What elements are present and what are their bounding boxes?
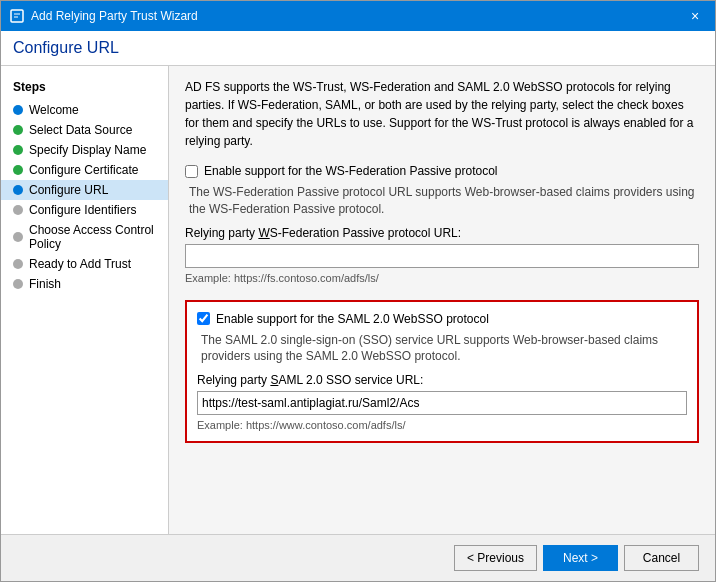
sidebar-label-welcome: Welcome [29, 103, 79, 117]
sidebar-dot-welcome [13, 105, 23, 115]
sidebar-dot-configure-identifiers [13, 205, 23, 215]
saml-checkbox[interactable] [197, 312, 210, 325]
steps-label: Steps [1, 76, 168, 100]
sidebar-label-configure-url: Configure URL [29, 183, 108, 197]
sidebar-label-finish: Finish [29, 277, 61, 291]
sidebar-dot-select-data-source [13, 125, 23, 135]
saml-description: The SAML 2.0 single-sign-on (SSO) servic… [197, 332, 687, 366]
sidebar-item-configure-certificate[interactable]: Configure Certificate [1, 160, 168, 180]
sidebar-item-choose-access-control-policy[interactable]: Choose Access Control Policy [1, 220, 168, 254]
sidebar-dot-configure-url [13, 185, 23, 195]
sidebar-dot-ready-to-add-trust [13, 259, 23, 269]
sidebar-item-ready-to-add-trust[interactable]: Ready to Add Trust [1, 254, 168, 274]
sidebar-dot-configure-certificate [13, 165, 23, 175]
main-window: Add Relying Party Trust Wizard × Configu… [0, 0, 716, 582]
content-area: Steps WelcomeSelect Data SourceSpecify D… [1, 66, 715, 534]
saml-checkbox-row: Enable support for the SAML 2.0 WebSSO p… [197, 312, 687, 326]
sidebar-item-specify-display-name[interactable]: Specify Display Name [1, 140, 168, 160]
sidebar-item-configure-identifiers[interactable]: Configure Identifiers [1, 200, 168, 220]
next-button[interactable]: Next > [543, 545, 618, 571]
sidebar-label-configure-certificate: Configure Certificate [29, 163, 138, 177]
ws-federation-checkbox-row: Enable support for the WS-Federation Pas… [185, 164, 699, 178]
ws-federation-description: The WS-Federation Passive protocol URL s… [185, 184, 699, 218]
title-bar: Add Relying Party Trust Wizard × [1, 1, 715, 31]
page-title: Configure URL [13, 39, 703, 57]
window-title: Add Relying Party Trust Wizard [31, 9, 683, 23]
ws-federation-checkbox[interactable] [185, 165, 198, 178]
saml-url-input[interactable] [197, 391, 687, 415]
sidebar-item-select-data-source[interactable]: Select Data Source [1, 120, 168, 140]
sidebar-item-finish[interactable]: Finish [1, 274, 168, 294]
sidebar-dot-choose-access-control-policy [13, 232, 23, 242]
footer: < Previous Next > Cancel [1, 534, 715, 581]
saml-section: Enable support for the SAML 2.0 WebSSO p… [185, 300, 699, 444]
sidebar-label-select-data-source: Select Data Source [29, 123, 132, 137]
ws-federation-example: Example: https://fs.contoso.com/adfs/ls/ [185, 272, 699, 284]
ws-federation-checkbox-label[interactable]: Enable support for the WS-Federation Pas… [204, 164, 497, 178]
intro-text: AD FS supports the WS-Trust, WS-Federati… [185, 78, 699, 150]
main-panel: AD FS supports the WS-Trust, WS-Federati… [169, 66, 715, 534]
sidebar-item-configure-url[interactable]: Configure URL [1, 180, 168, 200]
sidebar-dot-finish [13, 279, 23, 289]
sidebar-label-specify-display-name: Specify Display Name [29, 143, 146, 157]
sidebar-label-choose-access-control-policy: Choose Access Control Policy [29, 223, 156, 251]
svg-rect-0 [11, 10, 23, 22]
sidebar: Steps WelcomeSelect Data SourceSpecify D… [1, 66, 169, 534]
close-button[interactable]: × [683, 4, 707, 28]
wizard-icon [9, 8, 25, 24]
sidebar-item-welcome[interactable]: Welcome [1, 100, 168, 120]
page-title-bar: Configure URL [1, 31, 715, 66]
previous-button[interactable]: < Previous [454, 545, 537, 571]
ws-federation-url-label: Relying party WS-Federation Passive prot… [185, 226, 699, 240]
sidebar-dot-specify-display-name [13, 145, 23, 155]
saml-url-label: Relying party SAML 2.0 SSO service URL: [197, 373, 687, 387]
saml-checkbox-label[interactable]: Enable support for the SAML 2.0 WebSSO p… [216, 312, 489, 326]
sidebar-label-configure-identifiers: Configure Identifiers [29, 203, 136, 217]
ws-federation-url-input[interactable] [185, 244, 699, 268]
ws-federation-section: Enable support for the WS-Federation Pas… [185, 164, 699, 284]
sidebar-label-ready-to-add-trust: Ready to Add Trust [29, 257, 131, 271]
cancel-button[interactable]: Cancel [624, 545, 699, 571]
saml-example: Example: https://www.contoso.com/adfs/ls… [197, 419, 687, 431]
